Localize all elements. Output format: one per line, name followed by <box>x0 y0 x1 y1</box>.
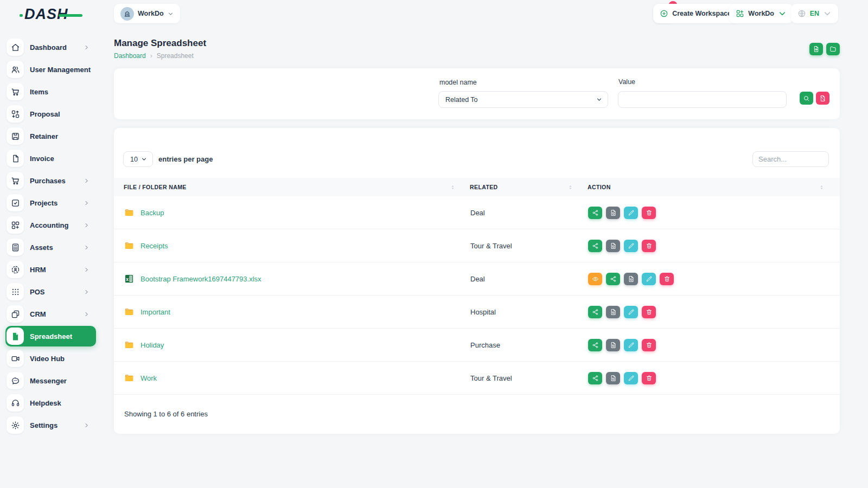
file-link[interactable]: Work <box>141 374 157 382</box>
sidebar-item-settings[interactable]: Settings <box>5 415 96 435</box>
sort-icon[interactable] <box>450 184 456 191</box>
copy-button[interactable] <box>606 306 620 318</box>
share-button[interactable] <box>588 372 602 384</box>
file-name-cell: Important <box>114 307 460 317</box>
delete-button[interactable] <box>642 372 656 384</box>
sidebar-item-proposal[interactable]: Proposal <box>5 104 96 124</box>
sidebar-item-projects[interactable]: Projects <box>5 192 96 213</box>
file-link[interactable]: Backup <box>141 209 164 217</box>
file-link[interactable]: Bootstrap Framework1697447793.xlsx <box>141 275 261 283</box>
sidebar-icon-box <box>7 416 24 434</box>
sidebar-item-retainer[interactable]: Retainer <box>5 126 96 146</box>
share-button[interactable] <box>588 240 602 252</box>
copy-button[interactable] <box>606 207 620 219</box>
edit-button[interactable] <box>624 306 638 318</box>
delete-button[interactable] <box>660 273 674 285</box>
delete-button[interactable] <box>642 240 656 252</box>
file-link[interactable]: Receipts <box>141 242 168 250</box>
sidebar-item-messenger[interactable]: Messenger <box>5 370 96 391</box>
sidebar-item-invoice[interactable]: Invoice <box>5 148 96 169</box>
sort-icon[interactable] <box>567 184 573 191</box>
file-name-cell: Receipts <box>114 241 460 251</box>
edit-button[interactable] <box>624 339 638 351</box>
sidebar-item-pos[interactable]: POS <box>5 281 96 302</box>
edit-button[interactable] <box>624 207 638 219</box>
users-icon <box>11 65 20 74</box>
app-logo[interactable]: DASH <box>24 6 68 23</box>
sidebar-item-accounting[interactable]: Accounting <box>5 215 96 235</box>
share-button[interactable] <box>588 339 602 351</box>
sidebar-item-video-hub[interactable]: Video Hub <box>5 348 96 369</box>
chevron-down-icon <box>778 9 787 18</box>
sidebar-item-label: Settings <box>30 421 58 429</box>
file-link[interactable]: Holiday <box>141 341 164 349</box>
file-clock-icon <box>813 46 820 53</box>
filter-search-button[interactable] <box>800 92 813 105</box>
sidebar-item-dashboard[interactable]: Dashboard <box>5 37 96 57</box>
column-header-related[interactable]: RELATED <box>460 178 578 196</box>
logo-accent-bar <box>59 14 82 17</box>
sidebar-icon-box <box>7 372 24 389</box>
file-link[interactable]: Important <box>141 308 170 316</box>
trash-icon <box>646 209 653 216</box>
share-button[interactable] <box>588 306 602 318</box>
sidebar-item-helpdesk[interactable]: Helpdesk <box>5 393 96 413</box>
sidebar-item-crm[interactable]: CRM <box>5 304 96 324</box>
sidebar-item-items[interactable]: Items <box>5 81 96 102</box>
chevron-down-icon <box>823 9 832 18</box>
view-button[interactable] <box>588 273 602 285</box>
video-icon <box>11 354 20 363</box>
copy-button[interactable] <box>606 339 620 351</box>
workspace-avatar <box>120 7 134 21</box>
sidebar-item-spreadsheet[interactable]: Spreadsheet <box>5 326 96 346</box>
pencil-icon <box>646 275 653 282</box>
invoice-icon <box>11 154 20 163</box>
create-folder-button[interactable] <box>826 43 840 55</box>
table-search-input[interactable] <box>752 151 829 167</box>
folder-icon <box>124 208 135 217</box>
filter-panel: model name Related To Value <box>114 68 840 119</box>
workspace-switcher[interactable]: WorkDo <box>114 4 180 23</box>
copy-button[interactable] <box>606 240 620 252</box>
create-file-button[interactable] <box>809 43 823 55</box>
model-name-select[interactable]: Related To <box>438 91 608 108</box>
chevron-right-icon <box>84 222 90 228</box>
page-size-value: 10 <box>130 156 138 163</box>
language-selector[interactable]: EN <box>791 4 838 23</box>
sidebar-item-purchases[interactable]: Purchases <box>5 170 96 191</box>
sidebar-item-assets[interactable]: Assets <box>5 237 96 258</box>
sidebar-item-label: Invoice <box>30 155 54 163</box>
column-header-file-folder-name[interactable]: FILE / FOLDER NAME <box>114 178 460 196</box>
sidebar-item-hrm[interactable]: HRM <box>5 259 96 280</box>
copy-button[interactable] <box>606 372 620 384</box>
app-menu-button[interactable]: WorkDo <box>729 4 793 23</box>
create-workspace-button[interactable]: Create Workspace <box>653 4 738 23</box>
share-button[interactable] <box>606 273 620 285</box>
filter-reset-button[interactable] <box>816 92 829 105</box>
delete-button[interactable] <box>642 339 656 351</box>
breadcrumb-dashboard-link[interactable]: Dashboard <box>114 52 146 60</box>
actions-cell <box>578 339 840 351</box>
related-cell: Tour & Travel <box>460 374 578 382</box>
building-icon <box>123 10 131 18</box>
edit-button[interactable] <box>624 240 638 252</box>
model-name-label: model name <box>439 79 477 86</box>
page-size-select[interactable]: 10 <box>123 151 153 167</box>
delete-button[interactable] <box>642 207 656 219</box>
edit-button[interactable] <box>624 372 638 384</box>
sort-icon[interactable] <box>819 184 825 191</box>
share-button[interactable] <box>588 207 602 219</box>
home-icon <box>11 43 20 52</box>
sidebar-item-label: Items <box>30 88 48 96</box>
copy-button[interactable] <box>624 273 638 285</box>
sidebar-item-label: Accounting <box>30 221 69 229</box>
spreadsheet-table-panel: 10 entries per page FILE / FOLDER NAME R… <box>114 128 840 434</box>
edit-button[interactable] <box>642 273 656 285</box>
sidebar-icon-box <box>7 38 24 56</box>
delete-button[interactable] <box>642 306 656 318</box>
sidebar-item-user-management[interactable]: User Management <box>5 59 96 80</box>
table-row: Receipts Tour & Travel <box>114 229 840 262</box>
column-header-action[interactable]: ACTION <box>578 178 840 196</box>
sidebar-item-label: Dashboard <box>30 43 67 52</box>
value-input[interactable] <box>618 91 787 108</box>
